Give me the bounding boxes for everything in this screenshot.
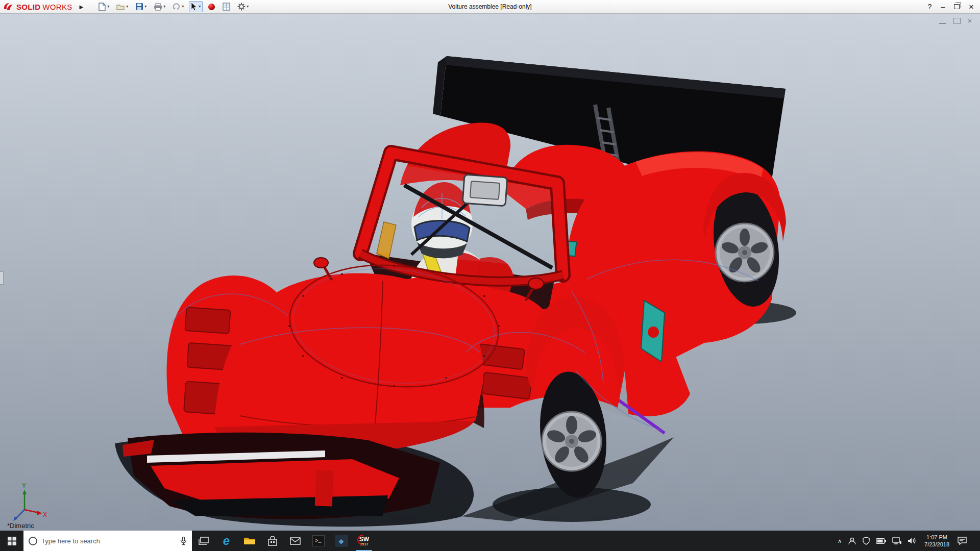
help-button[interactable]: ? <box>927 3 932 10</box>
system-tray: ∧ 1:07 PM 7/23/2018 <box>834 531 980 551</box>
solidworks-arc-icon <box>357 535 363 545</box>
dropdown-caret-icon[interactable]: ▾ <box>144 5 146 9</box>
volume-icon[interactable] <box>908 537 916 544</box>
defender-shield-icon[interactable] <box>863 537 870 545</box>
appearance-sphere-icon <box>208 3 215 11</box>
maximize-restore-button[interactable] <box>954 4 960 9</box>
tray-chevron-icon[interactable]: ∧ <box>838 538 842 544</box>
save-floppy-icon <box>135 3 143 11</box>
close-button[interactable]: × <box>969 3 974 11</box>
appearance-button[interactable] <box>206 2 217 12</box>
document-restore-icon[interactable] <box>953 18 961 24</box>
dropdown-caret-icon[interactable]: ▾ <box>199 5 201 9</box>
clock-time: 1:07 PM <box>924 534 949 541</box>
3d-scene: Y X <box>0 14 980 531</box>
document-window-controls: × <box>939 18 972 24</box>
clock-date: 7/23/2018 <box>924 541 949 548</box>
action-center-icon[interactable] <box>958 537 967 545</box>
network-icon[interactable] <box>892 537 901 544</box>
battery-icon[interactable] <box>876 538 886 544</box>
design-table-button[interactable] <box>220 1 232 12</box>
window-controls: ? – × <box>927 3 980 11</box>
dropdown-caret-icon[interactable]: ▾ <box>247 5 249 9</box>
undo-button[interactable]: ▾ <box>170 2 186 12</box>
dropdown-caret-icon[interactable]: ▾ <box>163 5 165 9</box>
titlebar: SOLIDWORKS ▶ ▾ ▾ ▾ <box>0 0 980 14</box>
dropdown-caret-icon[interactable]: ▾ <box>182 5 184 9</box>
menu-flyout-arrow-icon[interactable]: ▶ <box>76 4 88 10</box>
intake-box <box>462 174 507 206</box>
command-prompt-icon: >_ <box>312 535 325 546</box>
command-prompt-button[interactable]: >_ <box>307 531 330 551</box>
y-axis-label: Y <box>22 482 26 489</box>
mail-envelope-icon <box>290 537 301 545</box>
open-folder-icon <box>116 3 125 11</box>
document-minimize-icon[interactable] <box>939 18 946 24</box>
brand-text-bold: SOLID <box>16 3 40 11</box>
dark-app-button[interactable]: ◆ <box>330 531 353 551</box>
microphone-icon[interactable] <box>180 537 187 545</box>
dark-app-icon: ◆ <box>335 535 348 547</box>
feature-tree-collapsed-tab[interactable] <box>0 271 4 285</box>
new-document-button[interactable]: ▾ <box>96 1 111 13</box>
new-document-icon <box>99 3 106 11</box>
options-button[interactable]: ▾ <box>235 1 251 12</box>
print-button[interactable]: ▾ <box>152 2 167 12</box>
file-explorer-icon <box>243 536 256 545</box>
open-document-button[interactable]: ▾ <box>114 2 130 12</box>
quick-access-toolbar: ▾ ▾ ▾ ▾ <box>96 1 251 13</box>
undo-arrow-icon <box>173 3 181 10</box>
solidworks-app-button[interactable]: SW 2017 <box>353 531 376 551</box>
search-input[interactable] <box>41 537 176 545</box>
windows-taskbar: e >_ ◆ <box>0 531 980 551</box>
mail-button[interactable] <box>284 531 307 551</box>
taskbar-apps: e >_ ◆ <box>192 531 376 551</box>
taskbar-clock[interactable]: 1:07 PM 7/23/2018 <box>922 534 951 548</box>
cortana-icon <box>29 537 37 545</box>
task-view-icon <box>199 537 209 545</box>
edge-browser-button[interactable]: e <box>215 531 238 551</box>
graphics-area[interactable]: Y X × *Dimetric <box>0 14 980 531</box>
printer-icon <box>154 3 162 11</box>
window-title: Voiture assemblee [Read-only] <box>448 3 531 10</box>
solidworks-logo[interactable]: SOLIDWORKS <box>0 0 76 13</box>
dropdown-caret-icon[interactable]: ▾ <box>126 5 128 9</box>
microsoft-store-button[interactable] <box>261 531 284 551</box>
view-orientation-label: *Dimetric <box>7 522 34 530</box>
file-explorer-button[interactable] <box>238 531 261 551</box>
options-gear-icon <box>237 3 246 11</box>
save-button[interactable]: ▾ <box>133 1 149 12</box>
start-button[interactable] <box>0 531 23 551</box>
minimize-button[interactable]: – <box>941 3 945 10</box>
edge-icon: e <box>223 534 230 548</box>
people-icon[interactable] <box>848 537 856 545</box>
solidworks-2017-icon: SW 2017 <box>357 534 372 548</box>
select-tool-button[interactable]: ▾ <box>189 1 203 12</box>
solidworks-swoosh-icon <box>3 2 14 11</box>
select-cursor-icon <box>191 3 198 11</box>
design-table-icon <box>223 3 230 11</box>
dropdown-caret-icon[interactable]: ▾ <box>107 5 109 9</box>
brand-text-light: WORKS <box>42 3 72 11</box>
orientation-triad: Y X <box>13 482 47 521</box>
store-bag-icon <box>268 536 277 546</box>
task-view-button[interactable] <box>192 531 215 551</box>
windows-logo-icon <box>8 537 16 545</box>
x-axis-label: X <box>43 511 47 518</box>
taskbar-search[interactable] <box>23 531 192 551</box>
document-close-icon[interactable]: × <box>968 18 972 24</box>
